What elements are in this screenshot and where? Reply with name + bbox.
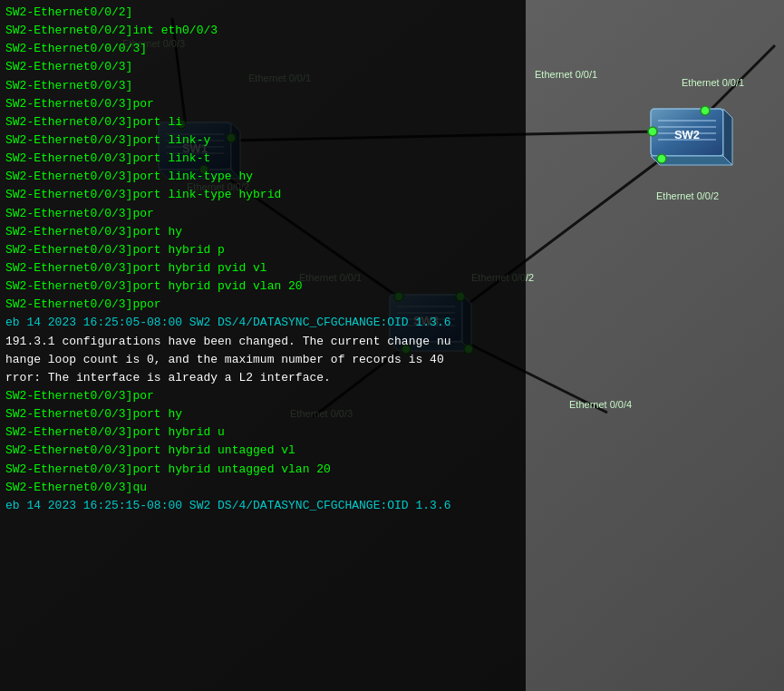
svg-rect-0: [0, 0, 784, 691]
sw1-label: SW1: [182, 141, 208, 155]
port-label-sw3-eth001: Ethernet 0/0/1: [299, 272, 362, 283]
network-svg: SW1 SW2 SW3: [0, 0, 784, 691]
svg-point-31: [199, 165, 208, 174]
port-label-sw2-eth002: Ethernet 0/0/2: [656, 190, 719, 201]
svg-point-37: [402, 345, 411, 354]
port-label-sw3-eth003: Ethernet 0/0/3: [290, 408, 353, 419]
svg-point-38: [464, 345, 473, 354]
sw2-label: SW2: [674, 128, 700, 141]
sw3-label: SW3: [413, 314, 439, 327]
svg-point-36: [456, 292, 465, 301]
svg-point-32: [701, 106, 710, 115]
svg-point-34: [657, 154, 666, 163]
port-label-sw1-eth001: Ethernet 0/0/1: [248, 73, 311, 83]
svg-marker-28: [462, 295, 471, 351]
svg-point-30: [227, 133, 236, 142]
svg-point-29: [177, 120, 186, 129]
svg-point-33: [648, 127, 657, 136]
network-diagram: SW1 SW2 SW3: [0, 0, 784, 691]
svg-marker-21: [723, 109, 732, 165]
port-label-sw2-eth001-left: Ethernet 0/0/1: [535, 69, 597, 80]
port-label-sw3-eth004: Ethernet 0/0/4: [569, 399, 632, 410]
svg-marker-14: [231, 122, 240, 179]
svg-point-35: [394, 292, 403, 301]
port-label-sw2-eth001-top: Ethernet 0/0/1: [682, 77, 744, 88]
port-label-sw1-eth002: Ethernet 0/0/2: [187, 181, 249, 192]
port-label-sw1-eth003: Ethernet 0/0/3: [122, 38, 185, 49]
port-label-sw3-eth002: Ethernet 0/0/2: [471, 272, 534, 283]
